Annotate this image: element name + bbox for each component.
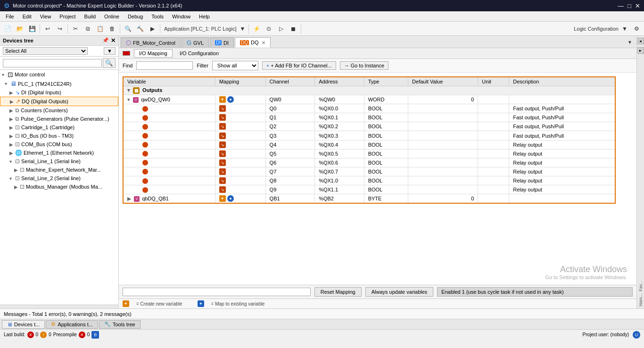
cell-q1-channel: Q1 — [265, 113, 315, 122]
tab-dq[interactable]: DQ DQ ✕ — [235, 37, 271, 48]
btab-devices[interactable]: 🖥 Devices t... — [2, 320, 45, 329]
close-tree-button[interactable]: ✕ — [111, 37, 116, 44]
delete-button[interactable]: 🗑 — [107, 23, 118, 34]
root-expand[interactable]: ▾ — [2, 72, 7, 77]
undo-button[interactable]: ↩ — [42, 23, 53, 34]
run-button[interactable]: ▶ — [147, 23, 158, 34]
rsb-expand-left[interactable]: ◂ — [637, 38, 644, 44]
menu-window[interactable]: Window — [168, 13, 194, 20]
minimize-button[interactable]: — — [618, 2, 624, 9]
filter-dropdown[interactable]: Show all Mapped Unmapped — [212, 61, 258, 70]
combus-expand[interactable]: ▶ — [9, 142, 14, 147]
iobus-expand[interactable]: ▶ — [9, 133, 14, 139]
tab-scroll-right[interactable]: ▼ — [625, 36, 635, 48]
goto-instance-button[interactable]: → Go to Instance — [340, 61, 389, 70]
serial1-expand[interactable]: ▾ — [9, 159, 14, 164]
tree-search-button[interactable]: 🔍 — [103, 58, 116, 68]
new-button[interactable]: 📄 — [2, 23, 13, 34]
menu-online[interactable]: Online — [100, 13, 123, 20]
dq-expand[interactable]: ▶ — [10, 99, 15, 104]
tab-di[interactable]: DI DI — [210, 37, 234, 48]
menu-build[interactable]: Build — [81, 13, 99, 20]
select-all-apply[interactable]: ▼ — [104, 47, 116, 55]
tree-serial2[interactable]: ▾ ⊡ Serial_Line_2 (Serial line) — [0, 174, 118, 182]
tree-modbus[interactable]: ▶ ⊡ Modbus_Manager (Modbus Ma... — [0, 182, 118, 191]
cut-button[interactable]: ✂ — [70, 23, 81, 34]
build-button[interactable]: 🔨 — [134, 23, 146, 34]
cartridge-expand[interactable]: ▶ — [9, 125, 14, 130]
plc1-expand[interactable]: ▾ — [5, 81, 9, 86]
paste-button[interactable]: 📋 — [94, 23, 106, 34]
menu-file[interactable]: File — [2, 13, 18, 20]
find-input[interactable] — [136, 61, 193, 70]
tab-gvl[interactable]: G GVL — [182, 37, 209, 48]
tree-dq[interactable]: ▶ ↗ DQ (Digital Outputs) — [0, 97, 118, 106]
tab-fb-motor[interactable]: ⬡ FB_Motor_Control — [121, 37, 181, 48]
modbus-expand[interactable]: ▶ — [14, 184, 19, 190]
rsb-fav-label[interactable]: Fav... — [638, 281, 643, 291]
menu-help[interactable]: Help — [195, 13, 214, 20]
reset-mapping-button[interactable]: Reset Mapping — [314, 287, 362, 297]
redo-button[interactable]: ↪ — [54, 23, 66, 34]
qwdq-expand[interactable]: ▾ — [127, 97, 130, 102]
tree-mex[interactable]: ▶ ⊡ Machine_Expert_Network_Mar... — [0, 166, 118, 174]
online-button[interactable]: ⚡ — [251, 23, 262, 34]
mapping-input[interactable] — [123, 288, 311, 296]
offline-button[interactable]: ⊙ — [263, 23, 274, 34]
menu-edit[interactable]: Edit — [19, 13, 35, 20]
tree-search-input[interactable] — [3, 59, 102, 67]
save-button[interactable]: 💾 — [26, 23, 38, 34]
sub-tab-io-config-label: I/O Configuration — [180, 50, 219, 56]
copy-button[interactable]: ⧉ — [82, 23, 93, 34]
outputs-expand-btn[interactable]: ▾ — [127, 87, 130, 93]
debug-start[interactable]: ▷ — [275, 23, 287, 34]
rsb-nam-label[interactable]: Nam... — [638, 294, 643, 307]
tree-serial2-label: Serial_Line_2 (Serial line) — [21, 175, 81, 181]
maximize-button[interactable]: □ — [627, 2, 631, 9]
menu-tools[interactable]: Tools — [148, 13, 167, 20]
select-all-dropdown[interactable]: Select All — [3, 47, 88, 55]
add-fb-button[interactable]: + + Add FB for IO Channel... — [262, 61, 336, 70]
qbdq-expand[interactable]: ▶ — [127, 196, 131, 201]
tree-serial1[interactable]: ▾ ⊡ Serial_Line_1 (Serial line) — [0, 157, 118, 166]
tree-hscroll[interactable] — [0, 305, 118, 308]
sub-tab-io-mapping[interactable]: I/O Mapping — [134, 49, 173, 58]
logic-config-dropdown[interactable]: ▼ — [620, 23, 629, 34]
cell-q6-var — [123, 158, 215, 167]
rsb-expand-right[interactable]: ▸ — [637, 47, 644, 54]
tree-plc1[interactable]: ▾ 🖥 PLC_1 (TM241CE24R) — [0, 79, 118, 88]
tree-ethernet[interactable]: ▶ 🌐 Ethernet_1 (Ethernet Network) — [0, 149, 118, 157]
sub-tab-io-config[interactable]: I/O Configuration — [174, 49, 224, 58]
open-button[interactable]: 📂 — [14, 23, 25, 34]
enabled-dropdown[interactable]: Enabled 1 (use bus cycle task if not use… — [437, 287, 633, 297]
find-button[interactable]: 🔍 — [122, 23, 133, 34]
btab-applications[interactable]: ⚙ Applications t... — [46, 320, 98, 329]
menu-debug[interactable]: Debug — [124, 13, 147, 20]
tree-di[interactable]: ▶ ↘ DI (Digital Inputs) — [0, 88, 118, 97]
tree-cartridge[interactable]: ▶ ⊡ Cartridge_1 (Cartridge) — [0, 123, 118, 132]
menu-view[interactable]: View — [36, 13, 55, 20]
close-button[interactable]: ✕ — [635, 2, 640, 9]
tree-counters[interactable]: ▶ ⧉ Counters (Counters) — [0, 106, 118, 115]
counters-expand[interactable]: ▶ — [9, 108, 14, 113]
tab-dq-close[interactable]: ✕ — [262, 40, 265, 45]
tree-combus[interactable]: ▶ ⊡ COM_Bus (COM bus) — [0, 140, 118, 149]
serial2-expand[interactable]: ▾ — [9, 176, 14, 181]
pin-icon[interactable]: 📌 — [102, 37, 109, 44]
cell-q2-mapping: ↘ — [215, 122, 265, 131]
always-update-button[interactable]: Always update variables — [365, 287, 434, 297]
settings-button[interactable]: ⚙ — [631, 23, 642, 34]
ethernet-expand[interactable]: ▶ — [9, 150, 14, 156]
di-expand[interactable]: ▶ — [9, 90, 14, 95]
btab-tools[interactable]: 🔧 Tools tree — [99, 320, 140, 329]
tree-iobus[interactable]: ▶ ⊡ IO_Bus (IO bus - TM3) — [0, 132, 118, 140]
debug-stop[interactable]: ◼ — [288, 23, 299, 34]
menu-project[interactable]: Project — [56, 13, 79, 20]
mex-expand[interactable]: ▶ — [14, 167, 19, 173]
tree-pulse[interactable]: ▶ ⧉ Pulse_Generators (Pulse Generator...… — [0, 115, 118, 123]
pulse-expand[interactable]: ▶ — [9, 116, 14, 122]
app-selector-dropdown[interactable]: ▼ — [238, 23, 247, 34]
tree-root[interactable]: ▾ ⊡ Motor control — [0, 70, 118, 79]
cell-q2-channel: Q2 — [265, 122, 315, 131]
title-bar: ⚙ Motor control.project* - Machine Exper… — [0, 0, 644, 11]
